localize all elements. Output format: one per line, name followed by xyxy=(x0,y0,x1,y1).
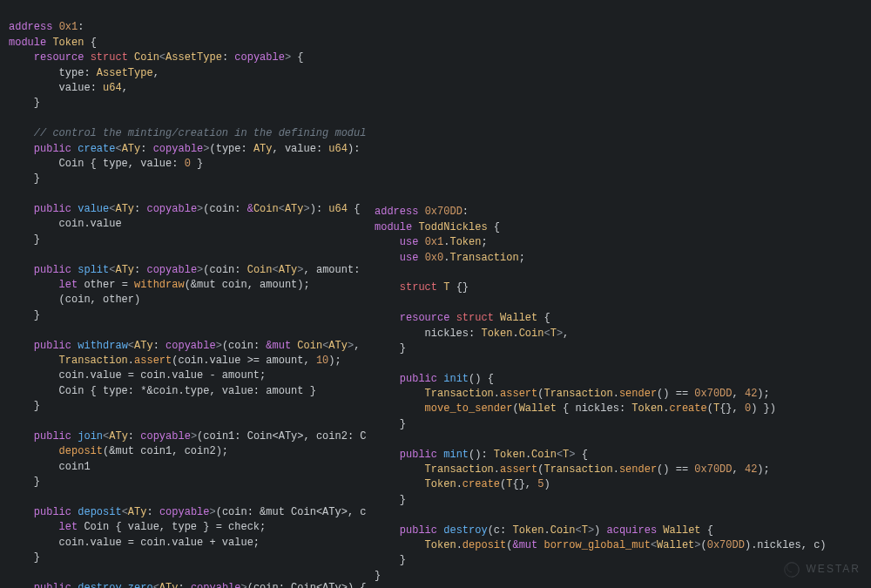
constraint: copyable xyxy=(234,51,285,64)
struct-name: Wallet xyxy=(500,312,537,324)
params: (coin: &mut Coin<ATy>, check: xyxy=(216,506,366,518)
kw-let: let xyxy=(59,279,78,291)
type-param: ATy xyxy=(328,340,348,352)
fn-name: init xyxy=(443,373,469,385)
number-literal: 10 xyxy=(316,355,328,367)
fn-name: mint xyxy=(443,449,469,461)
constraint: copyable xyxy=(191,582,241,588)
kw-public: public xyxy=(400,449,437,461)
kw-public: public xyxy=(34,582,71,588)
stmt: coin.value = coin.value + value; xyxy=(59,537,260,549)
kw-public: public xyxy=(34,203,71,215)
kw-let: let xyxy=(59,521,78,533)
type-param: T xyxy=(582,524,588,537)
stmt: Coin { type: *&coin.type, value: amount … xyxy=(59,385,316,397)
type-ref: Coin xyxy=(519,328,544,340)
kw-public: public xyxy=(34,430,71,443)
kw-resource: resource xyxy=(400,312,450,324)
param: coin xyxy=(228,340,253,352)
module-ref: Transaction xyxy=(449,252,518,264)
fn-name: join xyxy=(78,430,103,443)
field-name: nickles xyxy=(575,402,618,415)
amp-mut: &mut xyxy=(512,539,537,551)
type-param: ATy xyxy=(115,264,134,276)
module-name: ToddNickles xyxy=(418,221,487,233)
field-name: nickles xyxy=(425,328,469,340)
fn-body: coin.value xyxy=(59,218,122,230)
addr-literal: 0x70DD xyxy=(425,206,463,218)
kw-public: public xyxy=(34,340,71,352)
type-ref: Token xyxy=(481,328,512,340)
constraint: copyable xyxy=(146,264,197,276)
addr-literal: 0x70DD xyxy=(694,388,732,400)
op: () == xyxy=(657,388,688,400)
tail: .nickles, c) xyxy=(751,539,826,551)
type-ref: Transaction xyxy=(425,388,494,400)
constraint: copyable xyxy=(153,143,204,155)
type-ref: Wallet xyxy=(519,402,557,415)
type-ref: Transaction xyxy=(544,388,612,400)
type-param: ATy xyxy=(128,506,147,518)
constraint: copyable xyxy=(140,430,191,443)
call: deposit xyxy=(463,539,506,551)
addr-literal: 0x0 xyxy=(425,252,444,264)
call: assert xyxy=(500,463,537,476)
amp: & xyxy=(247,203,253,215)
code-pane-right: address 0x70DD: module ToddNickles { use… xyxy=(366,0,871,588)
swirl-icon xyxy=(782,560,801,579)
field-type: u64 xyxy=(103,82,122,94)
stmt: coin.value = coin.value - amount; xyxy=(59,369,267,382)
call: deposit xyxy=(59,445,103,457)
kw-use: use xyxy=(400,252,419,264)
kw-acquires: acquires xyxy=(607,524,658,537)
call: borrow_global_mut xyxy=(544,539,650,551)
call: create xyxy=(670,402,707,415)
number-literal: 0 xyxy=(185,158,191,170)
param-type: u64 xyxy=(328,143,348,155)
call: move_to_sender xyxy=(425,402,513,415)
number-literal: 42 xyxy=(745,388,757,400)
call: assert xyxy=(500,388,537,400)
type-ref: Token xyxy=(494,449,525,461)
watermark-text: WESTAR xyxy=(807,562,861,577)
addr-literal: 0x1 xyxy=(59,21,78,33)
param-type: Coin xyxy=(297,340,322,352)
call: withdraw xyxy=(134,279,185,291)
module-ref: Token xyxy=(449,236,481,248)
type-ref: Token xyxy=(425,478,456,490)
field-name: type xyxy=(59,67,84,79)
fn-name: deposit xyxy=(78,506,121,518)
fn-body: } xyxy=(191,158,203,170)
type-param: ATy xyxy=(134,340,153,352)
type-param: ATy xyxy=(159,582,179,588)
kw-module: module xyxy=(9,37,46,49)
code-pane-left: address 0x1: module Token { resource str… xyxy=(0,0,366,588)
field-type: AssetType xyxy=(97,67,153,79)
kw-public: public xyxy=(34,264,71,276)
kw-public: public xyxy=(400,524,437,537)
type-ref: Wallet xyxy=(657,539,694,551)
call-args: (coin.value >= amount, xyxy=(172,355,309,367)
type-param: ATy xyxy=(122,143,141,155)
sep: ); xyxy=(328,355,341,367)
constraint: copyable xyxy=(165,340,216,352)
param: type xyxy=(216,143,241,155)
param: amount xyxy=(316,264,354,276)
variable: other xyxy=(84,279,115,291)
fn-body: Coin { type, value: xyxy=(59,158,179,170)
kw-struct: struct xyxy=(400,281,437,294)
type-param: T xyxy=(550,328,557,340)
type-ref: Token xyxy=(512,524,544,537)
call-args: (&mut coin, amount); xyxy=(185,279,310,291)
fn-name: value xyxy=(78,203,109,215)
call: sender xyxy=(619,388,657,400)
type-ref: Token xyxy=(425,539,456,551)
param: coin xyxy=(209,264,234,276)
type-param: ATy xyxy=(279,264,298,276)
addr-literal: 0x70DD xyxy=(694,463,732,476)
type-ref: Coin xyxy=(531,449,557,461)
return-expr: (coin, other) xyxy=(59,294,141,306)
type-param: ATy xyxy=(109,430,128,443)
param: value xyxy=(285,143,316,155)
field-name: value xyxy=(59,82,91,94)
